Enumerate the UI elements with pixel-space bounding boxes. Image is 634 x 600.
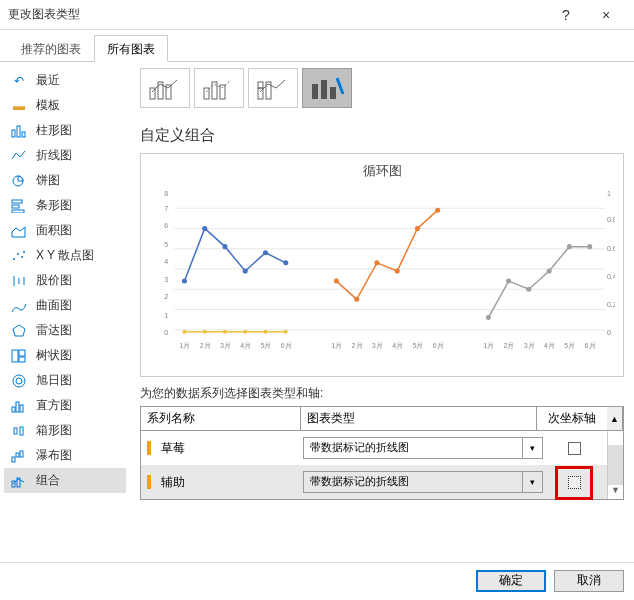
chart-type-select[interactable]: 带数据标记的折线图 ▾ xyxy=(303,471,543,493)
sidebar-item-column[interactable]: 柱形图 xyxy=(4,118,126,143)
svg-point-79 xyxy=(374,260,379,265)
svg-rect-17 xyxy=(19,350,25,356)
cancel-button[interactable]: 取消 xyxy=(554,570,624,592)
svg-point-70 xyxy=(283,260,288,265)
col-header-type: 图表类型 xyxy=(301,407,537,431)
svg-text:2月: 2月 xyxy=(352,342,363,350)
svg-rect-5 xyxy=(12,205,19,208)
series-table: 系列名称 图表类型 次坐标轴 ▲ 草莓 带数据标记的折线图 ▾ xyxy=(140,406,624,500)
sidebar-item-pie[interactable]: 饼图 xyxy=(4,168,126,193)
svg-text:6月: 6月 xyxy=(433,342,444,350)
svg-text:6月: 6月 xyxy=(281,342,292,350)
secondary-axis-checkbox[interactable] xyxy=(568,442,581,455)
sidebar-item-boxplot[interactable]: 箱形图 xyxy=(4,418,126,443)
svg-rect-1 xyxy=(17,126,20,137)
svg-text:1: 1 xyxy=(164,312,168,320)
svg-rect-2 xyxy=(22,132,25,137)
subtype-1[interactable] xyxy=(140,68,190,108)
svg-point-81 xyxy=(415,226,420,231)
svg-point-82 xyxy=(435,208,440,213)
combo-icon xyxy=(10,473,28,489)
svg-text:2月: 2月 xyxy=(200,342,211,350)
sidebar-item-radar[interactable]: 雷达图 xyxy=(4,318,126,343)
histogram-icon xyxy=(10,398,28,414)
svg-marker-7 xyxy=(12,227,25,237)
svg-point-85 xyxy=(526,287,531,292)
svg-text:7: 7 xyxy=(164,205,168,213)
svg-point-66 xyxy=(202,226,207,231)
svg-text:1: 1 xyxy=(607,190,611,198)
close-button[interactable]: × xyxy=(586,0,626,30)
treemap-icon xyxy=(10,348,28,364)
scrollbar[interactable]: ▼ xyxy=(607,431,623,499)
svg-point-75 xyxy=(263,330,267,334)
pie-icon xyxy=(10,173,28,189)
svg-text:0.8: 0.8 xyxy=(607,216,615,224)
svg-rect-28 xyxy=(20,451,23,457)
svg-point-88 xyxy=(587,244,592,249)
svg-rect-34 xyxy=(204,88,209,99)
svg-text:4月: 4月 xyxy=(544,342,555,350)
ok-button[interactable]: 确定 xyxy=(476,570,546,592)
sidebar-item-waterfall[interactable]: 瀑布图 xyxy=(4,443,126,468)
sidebar-item-treemap[interactable]: 树状图 xyxy=(4,343,126,368)
svg-rect-25 xyxy=(20,427,23,435)
svg-rect-21 xyxy=(12,407,15,412)
chevron-down-icon: ▾ xyxy=(522,438,542,458)
area-icon xyxy=(10,223,28,239)
help-button[interactable]: ? xyxy=(546,0,586,30)
svg-point-83 xyxy=(486,315,491,320)
svg-rect-6 xyxy=(12,210,24,213)
svg-point-8 xyxy=(13,258,15,260)
svg-text:0: 0 xyxy=(607,329,611,337)
svg-point-11 xyxy=(23,251,25,253)
sidebar-item-recent[interactable]: ↶最近 xyxy=(4,68,126,93)
svg-text:2月: 2月 xyxy=(504,342,515,350)
sunburst-icon xyxy=(10,373,28,389)
sidebar-item-combo[interactable]: 组合 xyxy=(4,468,126,493)
svg-text:6月: 6月 xyxy=(585,342,596,350)
preview-title: 循环图 xyxy=(149,162,615,180)
sidebar-item-bar[interactable]: 条形图 xyxy=(4,193,126,218)
subtype-2[interactable] xyxy=(194,68,244,108)
tab-all[interactable]: 所有图表 xyxy=(94,35,168,62)
sidebar-item-histogram[interactable]: 直方图 xyxy=(4,393,126,418)
svg-point-67 xyxy=(222,244,227,249)
svg-text:4月: 4月 xyxy=(240,342,251,350)
window-title: 更改图表类型 xyxy=(8,6,546,23)
svg-point-76 xyxy=(284,330,288,334)
scatter-icon xyxy=(10,248,28,264)
subtype-3[interactable] xyxy=(248,68,298,108)
scroll-up-icon[interactable]: ▲ xyxy=(607,407,623,431)
sidebar-item-surface[interactable]: 曲面图 xyxy=(4,293,126,318)
chart-preview: 循环图 012 345 678 00.20.4 0.60.81 xyxy=(140,153,624,377)
tab-recommended[interactable]: 推荐的图表 xyxy=(8,35,94,62)
svg-text:2: 2 xyxy=(164,293,168,301)
chevron-down-icon: ▾ xyxy=(522,472,542,492)
sidebar-item-stock[interactable]: 股价图 xyxy=(4,268,126,293)
boxplot-icon xyxy=(10,423,28,439)
svg-text:8: 8 xyxy=(164,190,168,198)
surface-icon xyxy=(10,298,28,314)
undo-icon: ↶ xyxy=(10,73,28,89)
series-marker-icon xyxy=(147,441,151,455)
svg-rect-38 xyxy=(258,82,263,88)
subtype-4[interactable] xyxy=(302,68,352,108)
preview-chart-svg: 012 345 678 00.20.4 0.60.81 xyxy=(149,184,615,364)
svg-point-73 xyxy=(223,330,227,334)
svg-text:1月: 1月 xyxy=(483,342,494,350)
chart-type-select[interactable]: 带数据标记的折线图 ▾ xyxy=(303,437,543,459)
sidebar-item-sunburst[interactable]: 旭日图 xyxy=(4,368,126,393)
sidebar-item-area[interactable]: 面积图 xyxy=(4,218,126,243)
highlight-annotation xyxy=(555,466,593,500)
folder-icon: ▬ xyxy=(10,98,28,114)
svg-text:1月: 1月 xyxy=(331,342,342,350)
series-prompt: 为您的数据系列选择图表类型和轴: xyxy=(140,385,624,402)
svg-rect-41 xyxy=(321,80,327,99)
svg-text:3月: 3月 xyxy=(372,342,383,350)
sidebar-item-template[interactable]: ▬模板 xyxy=(4,93,126,118)
col-header-axis: 次坐标轴 xyxy=(537,407,607,431)
sidebar-item-line[interactable]: 折线图 xyxy=(4,143,126,168)
svg-point-69 xyxy=(263,250,268,255)
sidebar-item-scatter[interactable]: X Y 散点图 xyxy=(4,243,126,268)
